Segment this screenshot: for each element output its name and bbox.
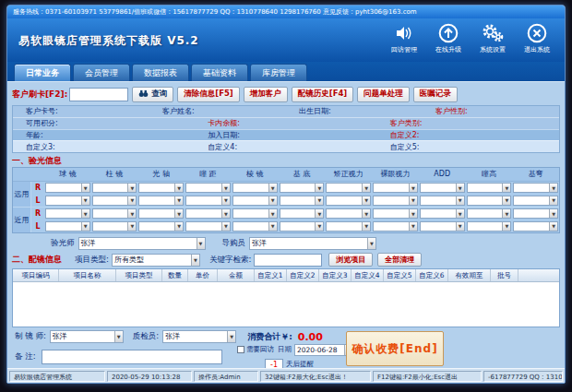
opto-group: 近用R▼▼▼▼▼▼▼▼▼▼▼L▼▼▼▼▼▼▼▼▼▼▼ — [13, 207, 559, 232]
item-type-select[interactable]: 所有类型 ▼ — [112, 254, 200, 267]
opto-value-select[interactable]: ▼ — [373, 183, 418, 193]
opto-value-select[interactable]: ▼ — [420, 221, 465, 232]
items-column-header: 自定义6 — [416, 269, 448, 281]
opto-value-select[interactable]: ▼ — [280, 196, 325, 206]
optometrist-value: 张洋 — [79, 238, 205, 249]
opto-value-select[interactable]: ▼ — [467, 196, 512, 206]
query-button[interactable]: 查询 — [132, 87, 173, 102]
revisit-manage-button[interactable]: 回访管理 — [382, 21, 426, 54]
qc-select[interactable]: 张洋 ▼ — [162, 330, 236, 343]
add-customer-button[interactable]: 增加客户 — [244, 87, 288, 102]
opto-value-select[interactable]: ▼ — [185, 183, 231, 193]
optometrist-select[interactable]: 张洋 ▼ — [78, 237, 206, 250]
chevron-down-icon: ▼ — [221, 196, 230, 205]
remind-days-input[interactable] — [265, 359, 283, 369]
opto-value-select[interactable]: ▼ — [326, 196, 371, 206]
opto-value-select[interactable]: ▼ — [467, 221, 512, 232]
opto-value-select[interactable]: ▼ — [373, 221, 418, 232]
keyword-input[interactable] — [254, 254, 322, 267]
opto-value-select[interactable]: ▼ — [138, 208, 184, 219]
opto-value-select[interactable]: ▼ — [232, 183, 278, 193]
opto-value-select[interactable]: ▼ — [45, 196, 90, 206]
opto-value-select[interactable]: ▼ — [92, 221, 137, 232]
chevron-down-icon: ▼ — [81, 196, 89, 205]
opto-value-select[interactable]: ▼ — [326, 221, 371, 232]
revisit-date-select[interactable]: 2020-06-28 ▼ — [294, 344, 353, 356]
exit-system-button[interactable]: 退出系统 — [515, 21, 559, 54]
opto-value-select[interactable]: ▼ — [185, 208, 231, 219]
opto-value-select[interactable]: ▼ — [513, 196, 558, 206]
opto-value-select[interactable]: ▼ — [467, 183, 512, 193]
opto-value-select[interactable]: ▼ — [280, 183, 325, 193]
card-swipe-label: 客户刷卡[F2]: — [12, 89, 67, 101]
opto-value-select[interactable]: ▼ — [138, 183, 184, 193]
opto-value-select[interactable]: ▼ — [326, 208, 371, 219]
revisit-checkbox[interactable] — [237, 346, 244, 353]
opto-value-select[interactable]: ▼ — [420, 208, 465, 219]
opto-value-select[interactable]: ▼ — [232, 221, 278, 232]
opto-value-select[interactable]: ▼ — [92, 196, 137, 206]
opto-value-select[interactable]: ▼ — [138, 221, 184, 232]
tab-warehouse[interactable]: 库房管理 — [250, 64, 307, 81]
confirm-charge-button[interactable]: 确认收费[End] — [346, 331, 444, 366]
opto-value-select[interactable]: ▼ — [373, 208, 418, 219]
opto-value-select[interactable]: ▼ — [420, 183, 465, 193]
opto-rows: R▼▼▼▼▼▼▼▼▼▼▼L▼▼▼▼▼▼▼▼▼▼▼ — [31, 208, 559, 232]
note-input[interactable] — [42, 350, 222, 364]
chevron-down-icon: ▼ — [81, 184, 89, 192]
optometrist-label: 验光师 — [51, 238, 75, 249]
opto-value-select[interactable]: ▼ — [513, 221, 558, 232]
tab-member-management[interactable]: 会员管理 — [73, 64, 130, 81]
opto-value-select[interactable]: ▼ — [280, 208, 325, 219]
opto-value-select[interactable]: ▼ — [185, 221, 231, 232]
items-column-header: 项目类型 — [116, 269, 162, 281]
opto-value-select[interactable]: ▼ — [513, 208, 558, 219]
main-tabbar: 日常业务 会员管理 数据报表 基础资料 库房管理 — [7, 62, 565, 81]
opto-value-select[interactable]: ▼ — [373, 196, 418, 206]
clear-info-button[interactable]: 清除信息[F5] — [177, 87, 240, 102]
total-value: 0.00 — [298, 331, 323, 343]
field-label: 出生日期: — [299, 106, 331, 116]
items-column-header: 金额 — [218, 269, 255, 281]
online-upgrade-button[interactable]: 在线升级 — [426, 21, 471, 54]
opto-column-header: 矫正视力 — [325, 168, 372, 181]
browse-items-button[interactable]: 浏览项目 — [328, 253, 373, 267]
tab-data-reports[interactable]: 数据报表 — [132, 64, 189, 81]
guide-select[interactable]: 张洋 ▼ — [249, 237, 376, 250]
eye-label: R — [31, 184, 44, 192]
field-label: 客户性别: — [435, 106, 468, 116]
opto-value-select[interactable]: ▼ — [45, 183, 90, 193]
opto-value-select[interactable]: ▼ — [280, 221, 325, 232]
opto-value-select[interactable]: ▼ — [232, 196, 278, 206]
system-settings-button[interactable]: 系统设置 — [471, 21, 515, 54]
medical-advice-button[interactable]: 医嘱记录 — [413, 87, 458, 102]
items-table: 项目编码项目名称项目类型数量单价金额自定义1自定义2自定义3自定义4自定义5自定… — [12, 268, 560, 327]
opto-value-select[interactable]: ▼ — [45, 208, 90, 219]
opto-value-select[interactable]: ▼ — [92, 183, 137, 193]
opto-value-select[interactable]: ▼ — [138, 196, 184, 206]
chevron-down-icon: ▼ — [456, 196, 464, 205]
clear-all-button[interactable]: 全部清理 — [377, 253, 422, 267]
field-label: 自定义4: — [208, 142, 237, 152]
opto-value-select[interactable]: ▼ — [467, 208, 512, 219]
daily-business-panel: 客户刷卡[F2]: 查询 清除信息[F5] 增加客户 配镜历史[F4] 问题单处… — [7, 81, 565, 368]
lens-maker-value: 张洋 — [51, 331, 123, 342]
opto-value-select[interactable]: ▼ — [513, 183, 558, 193]
tab-daily-business[interactable]: 日常业务 — [14, 64, 71, 81]
opto-value-select[interactable]: ▼ — [92, 208, 137, 219]
opto-value-select[interactable]: ▼ — [185, 196, 231, 206]
items-column-header: 有效期至 — [448, 269, 491, 281]
tab-basic-data[interactable]: 基础资料 — [191, 64, 248, 81]
chevron-down-icon: ▼ — [549, 196, 557, 205]
opto-value-select[interactable]: ▼ — [232, 208, 278, 219]
card-swipe-input[interactable] — [69, 88, 128, 101]
problem-order-button[interactable]: 问题单处理 — [357, 87, 410, 102]
chevron-down-icon: ▼ — [221, 209, 230, 218]
glasses-history-button[interactable]: 配镜历史[F4] — [292, 87, 354, 102]
opto-value-select[interactable]: ▼ — [45, 221, 90, 232]
chevron-down-icon: ▼ — [227, 331, 235, 342]
opto-value-select[interactable]: ▼ — [420, 196, 465, 206]
opto-value-select[interactable]: ▼ — [326, 183, 371, 193]
item-type-label: 项目类型: — [75, 255, 109, 266]
lens-maker-select[interactable]: 张洋 ▼ — [50, 330, 124, 343]
